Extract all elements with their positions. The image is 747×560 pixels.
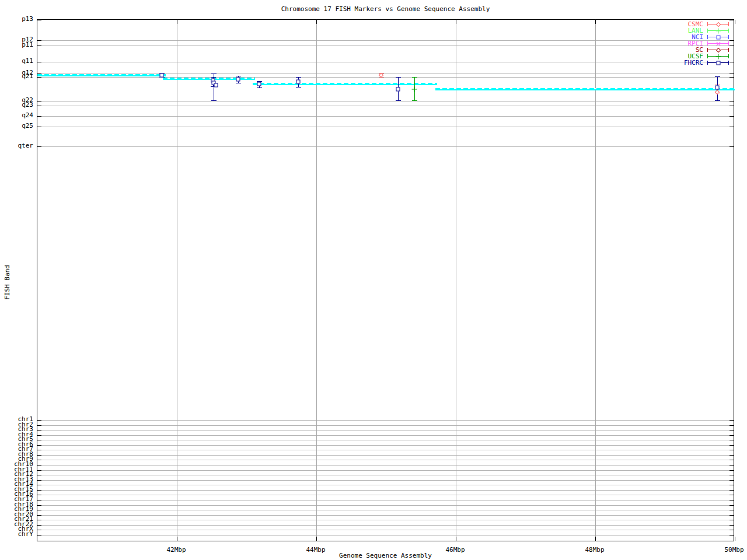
y-tick-left-chr10 [37, 465, 41, 466]
y-tick-right-chr9 [729, 460, 734, 460]
y-tick-left-chr22 [37, 525, 41, 526]
y-tick-right-qter [729, 146, 734, 147]
fhcrc-errorbar-cap-bottom [296, 87, 301, 88]
legend-sample-lanl [707, 27, 729, 34]
y-gridline-chr9 [37, 460, 734, 460]
fhcrc-errorbar-cap-bottom [236, 83, 241, 83]
assembly-segment-3 [253, 83, 437, 85]
x-tick-top-46 [456, 20, 456, 24]
legend-sample-csmc [707, 21, 729, 27]
y-tick-right-chr12 [729, 475, 734, 475]
y-tick-left-p11 [37, 46, 41, 46]
y-gridline-q25 [37, 127, 734, 127]
legend-row-sc: SC [639, 47, 732, 53]
fhcrc-errorbar-cap-bottom [211, 100, 217, 101]
x-tick-label-46: 46Mbp [432, 546, 479, 554]
legend-marker-diamond [715, 47, 720, 52]
y-tick-right-chr7 [729, 450, 734, 450]
legend-sample-cap-left [707, 41, 708, 46]
legend-sample-rpci [707, 40, 729, 47]
fhcrc-errorbar-cap-top [296, 77, 301, 78]
fhcrc-errorbar-cap-bottom [257, 88, 262, 88]
y-tick-left-chr14 [37, 485, 41, 485]
y-gridline-chr3 [37, 430, 734, 430]
legend-row-rpci: RPCI [639, 40, 732, 47]
y-tick-right-chr6 [729, 445, 734, 446]
y-tick-label-q25: q25 [0, 123, 33, 129]
y-tick-left-chr16 [37, 495, 41, 495]
y-tick-right-chr11 [729, 470, 734, 471]
y-tick-left-chr11 [37, 470, 41, 471]
legend-row-lanl: LANL [639, 27, 732, 34]
x-tick-top-48 [595, 20, 596, 24]
legend-label-rpci: RPCI [639, 40, 703, 47]
y-tick-right-chr19 [729, 510, 734, 510]
y-gridline-chr17 [37, 500, 734, 501]
ucsf-errorbar-cap-bottom [412, 100, 417, 101]
legend-sample-fhcrc [707, 60, 729, 66]
fhcrc-marker-square [236, 78, 240, 82]
y-tick-right-q22 [729, 101, 734, 102]
legend-row-csmc: CSMC [639, 21, 732, 27]
fhcrc-marker-square [396, 88, 400, 92]
fhcrc-marker-square [296, 79, 300, 83]
y-tick-label-q21: q21 [0, 74, 33, 79]
x-tick-label-48: 48Mbp [571, 546, 618, 554]
y-gridline-chr12 [37, 475, 734, 475]
legend-sample-cap-right [728, 54, 729, 58]
y-tick-right-q21 [729, 77, 734, 78]
x-gridline-42 [177, 20, 177, 541]
y-tick-label-p11: p11 [0, 42, 33, 48]
y-tick-left-chr13 [37, 480, 41, 481]
legend-marker-plus [715, 28, 721, 33]
legend-row-nci: NCI [639, 34, 732, 40]
y-tick-right-q12 [729, 74, 734, 74]
legend-sample-cap-left [707, 61, 708, 65]
legend-label-fhcrc: FHCRC [639, 60, 703, 66]
y-tick-left-chr5 [37, 440, 41, 440]
y-gridline-chr18 [37, 505, 734, 506]
y-tick-left-q11 [37, 62, 41, 62]
y-tick-label-p13: p13 [0, 16, 33, 22]
fhcrc-errorbar-cap-bottom [715, 100, 720, 101]
legend-sample-cap-right [728, 48, 729, 52]
fhcrc-marker-square [257, 82, 261, 86]
chart-title: Chromosome 17 FISH Markers vs Genome Seq… [37, 5, 734, 13]
y-tick-left-q23 [37, 106, 41, 106]
x-gridline-48 [595, 20, 596, 541]
y-gridline-q24 [37, 116, 734, 117]
assembly-segment-1 [37, 74, 166, 76]
y-tick-left-chr15 [37, 490, 41, 491]
y-tick-left-chrY [37, 535, 41, 536]
y-tick-left-q24 [37, 116, 41, 117]
y-tick-left-chr7 [37, 450, 41, 450]
fhcrc-errorbar-cap-top [211, 74, 217, 74]
y-gridline-chr4 [37, 435, 734, 436]
ucsf-errorbar-cap-top [412, 77, 417, 78]
y-tick-right-chr22 [729, 525, 734, 526]
y-tick-left-q21 [37, 77, 41, 78]
y-tick-right-chr14 [729, 485, 734, 485]
y-axis-label: FISH Band [4, 265, 11, 300]
x-tick-bottom-44 [316, 537, 317, 541]
y-gridline-chr1 [37, 420, 734, 421]
y-tick-right-chr15 [729, 490, 734, 491]
y-tick-left-chr8 [37, 455, 41, 456]
y-tick-left-chr9 [37, 460, 41, 460]
y-gridline-chrX [37, 530, 734, 530]
y-tick-left-chr1 [37, 420, 41, 421]
y-gridline-chr19 [37, 510, 734, 510]
y-tick-left-chr6 [37, 445, 41, 446]
y-gridline-chr13 [37, 480, 734, 481]
y-gridline-chr20 [37, 515, 734, 516]
y-tick-right-chr5 [729, 440, 734, 440]
x-tick-label-42: 42Mbp [153, 546, 200, 554]
y-gridline-p11 [37, 46, 734, 46]
y-gridline-chr8 [37, 455, 734, 456]
y-gridline-q21 [37, 77, 734, 78]
y-gridline-chr5 [37, 440, 734, 440]
legend-sample-cap-left [707, 29, 708, 33]
x-tick-label-44: 44Mbp [292, 546, 339, 554]
y-tick-right-chr3 [729, 430, 734, 430]
legend-sample-cap-left [707, 48, 708, 52]
